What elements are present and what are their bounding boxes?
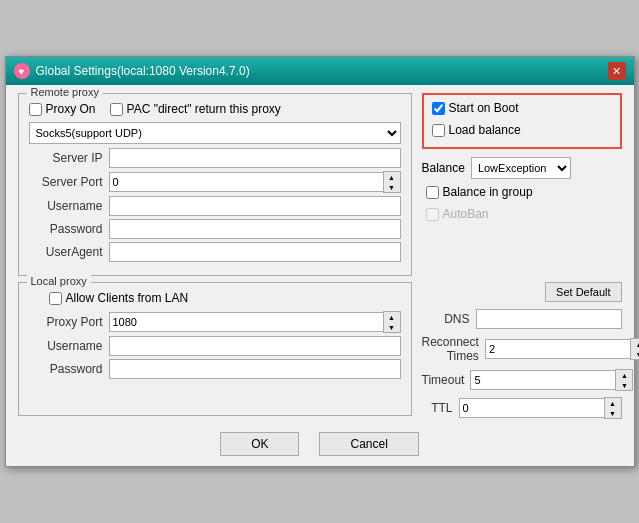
window-title: Global Settings(local:1080 Version4.7.0) <box>36 64 250 78</box>
allow-clients-label: Allow Clients from LAN <box>66 291 189 305</box>
allow-clients-row: Allow Clients from LAN <box>49 291 401 305</box>
useragent-input[interactable] <box>109 242 401 262</box>
server-port-down[interactable]: ▼ <box>384 182 400 192</box>
main-window: ♥ Global Settings(local:1080 Version4.7.… <box>5 56 635 467</box>
server-ip-label: Server IP <box>29 151 109 165</box>
title-bar-left: ♥ Global Settings(local:1080 Version4.7.… <box>14 63 250 79</box>
set-default-wrapper: Set Default <box>422 282 622 302</box>
password-label: Password <box>29 222 109 236</box>
top-row: Remote proxy Proxy On PAC "direct" retur… <box>18 93 622 276</box>
proxy-options-row: Proxy On PAC "direct" return this proxy <box>29 102 401 116</box>
balance-label: Balance <box>422 161 465 175</box>
reconnect-spinner: ▲ ▼ <box>485 338 639 360</box>
cancel-button[interactable]: Cancel <box>319 432 418 456</box>
local-password-label: Password <box>29 362 109 376</box>
proxy-on-checkbox[interactable] <box>29 103 42 116</box>
username-row: Username <box>29 196 401 216</box>
server-port-spinner-buttons: ▲ ▼ <box>383 171 401 193</box>
local-username-input[interactable] <box>109 336 401 356</box>
app-icon: ♥ <box>14 63 30 79</box>
autoban-label: AutoBan <box>443 207 489 221</box>
balance-in-group-label: Balance in group <box>443 185 533 199</box>
reconnect-down[interactable]: ▼ <box>631 349 639 359</box>
useragent-label: UserAgent <box>29 245 109 259</box>
set-default-button[interactable]: Set Default <box>545 282 621 302</box>
allow-clients-checkbox[interactable] <box>49 292 62 305</box>
protocol-select[interactable]: Socks5(support UDP) Socks4 Http <box>29 122 401 144</box>
right-panel: Start on Boot Load balance Balance LowEx… <box>422 93 622 276</box>
start-on-boot-row: Start on Boot <box>432 101 612 115</box>
timeout-input[interactable] <box>470 370 615 390</box>
ttl-row: TTL ▲ ▼ <box>422 397 622 419</box>
ok-button[interactable]: OK <box>220 432 299 456</box>
autoban-checkbox <box>426 208 439 221</box>
reconnect-spinner-buttons: ▲ ▼ <box>630 338 639 360</box>
remote-proxy-section: Remote proxy Proxy On PAC "direct" retur… <box>18 93 412 276</box>
remote-proxy-title: Remote proxy <box>27 86 103 98</box>
load-balance-row: Load balance <box>432 123 612 137</box>
timeout-row: Timeout ▲ ▼ <box>422 369 622 391</box>
server-port-spinner: ▲ ▼ <box>109 171 401 193</box>
local-username-row: Username <box>29 336 401 356</box>
proxy-port-label: Proxy Port <box>29 315 109 329</box>
username-label: Username <box>29 199 109 213</box>
local-username-label: Username <box>29 339 109 353</box>
ttl-label: TTL <box>422 401 459 415</box>
proxy-port-spinner-buttons: ▲ ▼ <box>383 311 401 333</box>
ttl-up[interactable]: ▲ <box>605 398 621 408</box>
server-port-up[interactable]: ▲ <box>384 172 400 182</box>
useragent-row: UserAgent <box>29 242 401 262</box>
load-balance-checkbox[interactable] <box>432 124 445 137</box>
ttl-spinner: ▲ ▼ <box>459 397 622 419</box>
reconnect-row: Reconnect Times ▲ ▼ <box>422 335 622 363</box>
balance-row: Balance LowException RoundRobin Random <box>422 157 622 179</box>
start-on-boot-label: Start on Boot <box>449 101 519 115</box>
local-proxy-section: Local proxy Allow Clients from LAN Proxy… <box>18 282 412 416</box>
server-port-input[interactable] <box>109 172 383 192</box>
local-password-row: Password <box>29 359 401 379</box>
ttl-input[interactable] <box>459 398 604 418</box>
bottom-section: Local proxy Allow Clients from LAN Proxy… <box>18 282 622 422</box>
reconnect-up[interactable]: ▲ <box>631 339 639 349</box>
server-ip-input[interactable] <box>109 148 401 168</box>
timeout-down[interactable]: ▼ <box>616 380 632 390</box>
timeout-up[interactable]: ▲ <box>616 370 632 380</box>
timeout-label: Timeout <box>422 373 471 387</box>
timeout-spinner: ▲ ▼ <box>470 369 633 391</box>
pac-direct-checkbox[interactable] <box>110 103 123 116</box>
balance-select[interactable]: LowException RoundRobin Random <box>471 157 571 179</box>
title-bar: ♥ Global Settings(local:1080 Version4.7.… <box>6 57 634 85</box>
local-proxy-title: Local proxy <box>27 275 91 287</box>
pac-direct-label: PAC "direct" return this proxy <box>127 102 281 116</box>
dns-row: DNS <box>422 309 622 329</box>
load-balance-label: Load balance <box>449 123 521 137</box>
dns-label: DNS <box>422 312 476 326</box>
server-port-row: Server Port ▲ ▼ <box>29 171 401 193</box>
proxy-port-spinner: ▲ ▼ <box>109 311 401 333</box>
server-ip-row: Server IP <box>29 148 401 168</box>
reconnect-input[interactable] <box>485 339 630 359</box>
reconnect-label: Reconnect Times <box>422 335 485 363</box>
proxy-port-up[interactable]: ▲ <box>384 312 400 322</box>
bottom-right-panel: Set Default DNS Reconnect Times ▲ ▼ <box>422 282 622 422</box>
footer-buttons: OK Cancel <box>18 432 622 456</box>
autoban-row: AutoBan <box>426 207 622 221</box>
window-body: Remote proxy Proxy On PAC "direct" retur… <box>6 85 634 466</box>
timeout-spinner-buttons: ▲ ▼ <box>615 369 633 391</box>
proxy-port-down[interactable]: ▼ <box>384 322 400 332</box>
balance-in-group-checkbox[interactable] <box>426 186 439 199</box>
server-port-label: Server Port <box>29 175 109 189</box>
startup-box: Start on Boot Load balance <box>422 93 622 149</box>
ttl-down[interactable]: ▼ <box>605 408 621 418</box>
ttl-spinner-buttons: ▲ ▼ <box>604 397 622 419</box>
close-button[interactable]: ✕ <box>608 62 626 80</box>
proxy-port-input[interactable] <box>109 312 383 332</box>
dns-input[interactable] <box>476 309 622 329</box>
password-input[interactable] <box>109 219 401 239</box>
username-input[interactable] <box>109 196 401 216</box>
local-password-input[interactable] <box>109 359 401 379</box>
balance-in-group-row: Balance in group <box>426 185 622 199</box>
start-on-boot-checkbox[interactable] <box>432 102 445 115</box>
proxy-on-label: Proxy On <box>46 102 96 116</box>
balance-options: Balance in group AutoBan <box>426 185 622 225</box>
